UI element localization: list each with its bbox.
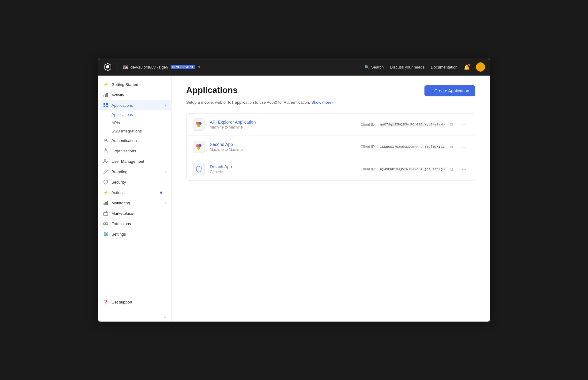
svg-rect-13: [104, 203, 104, 205]
sub-sso-label: SSO Integrations: [111, 129, 142, 133]
tenant-env-badge: DEVELOPMENT: [171, 65, 195, 69]
client-id-section-app2: Client ID: ISQp0G1Y0xcd0DDdWRFnuh5Ypfm0X…: [360, 143, 454, 151]
applications-icon: [103, 102, 108, 108]
sidebar-item-applications[interactable]: Applications ▾: [98, 100, 171, 110]
client-id-value-app3: Kj4SPR0i3JjV2NluJVd6TPjhfLzzeXg8: [378, 167, 447, 172]
sidebar-item-extensions[interactable]: Extensions: [98, 218, 171, 229]
svg-rect-0: [104, 95, 104, 97]
svg-rect-18: [104, 213, 108, 215]
topbar-right: 🔍 Search Discuss your needs Documentatio…: [364, 62, 485, 72]
sidebar-sub-apis[interactable]: APIs: [98, 119, 171, 127]
authentication-icon: [103, 138, 108, 143]
client-id-value-app1: qaQ72g1JIHQ2DHqPCfG19dYyjG4i3rMo: [378, 122, 447, 127]
client-id-section-app3: Client ID: Kj4SPR0i3JjV2NluJVd6TPjhfLzze…: [360, 166, 454, 173]
sub-apis-label: APIs: [111, 121, 120, 125]
create-application-button[interactable]: + Create Application: [424, 85, 475, 96]
app-name-second-app[interactable]: Second App: [210, 142, 356, 147]
svg-rect-15: [105, 202, 106, 205]
topbar-divider: [118, 63, 118, 71]
notification-dot: [468, 64, 470, 66]
svg-rect-11: [105, 149, 106, 150]
copy-client-id-app3[interactable]: ⧉: [449, 166, 454, 173]
sidebar-item-marketplace[interactable]: Marketplace: [98, 208, 171, 218]
tenant-name: dev-1ulors88vi7zjge6: [130, 65, 168, 69]
search-button[interactable]: 🔍 Search: [364, 65, 384, 69]
sidebar-sub-applications[interactable]: Applications: [98, 110, 171, 119]
applications-chevron-icon: ▾: [165, 104, 166, 107]
user-avatar[interactable]: [476, 62, 485, 72]
sidebar-item-getting-started[interactable]: ⚡ Getting Started: [98, 79, 171, 90]
actions-dot: [160, 192, 162, 194]
svg-rect-6: [104, 106, 105, 107]
authentication-label: Authentication: [111, 138, 162, 143]
notifications-bell[interactable]: 🔔: [464, 64, 470, 70]
app-name-api-explorer[interactable]: API Explorer Application: [210, 120, 356, 125]
more-options-app1[interactable]: ···: [459, 120, 469, 129]
security-label: Security: [111, 180, 162, 184]
page-header: Applications + Create Application: [186, 85, 475, 96]
client-id-label-app2: Client ID:: [360, 145, 375, 149]
sidebar-item-activity[interactable]: Activity: [98, 90, 171, 100]
discuss-link[interactable]: Discuss your needs: [390, 65, 424, 69]
svg-rect-2: [106, 93, 107, 97]
sidebar-nav: ⚡ Getting Started Activity Applications: [98, 76, 171, 293]
marketplace-label: Marketplace: [111, 211, 166, 216]
getting-started-icon: ⚡: [103, 82, 108, 87]
show-more-arrow-icon: ›: [332, 101, 333, 104]
svg-point-26: [197, 147, 200, 150]
support-icon: ❓: [103, 299, 108, 305]
sidebar-item-actions[interactable]: ⚡ Actions ›: [98, 187, 171, 198]
more-options-app2[interactable]: ···: [459, 143, 469, 151]
svg-point-12: [104, 160, 106, 161]
page-subtitle: Setup a mobile, web or IoT application t…: [186, 100, 475, 105]
sidebar-item-security[interactable]: Security ›: [98, 177, 171, 187]
copy-client-id-app2[interactable]: ⧉: [449, 143, 454, 151]
main-layout: ⚡ Getting Started Activity Applications: [98, 76, 490, 322]
sidebar-item-user-management[interactable]: User Management ›: [98, 156, 171, 166]
svg-rect-7: [106, 106, 108, 107]
tenant-selector[interactable]: 🇺🇸 dev-1ulors88vi7zjge6 DEVELOPMENT ▼: [123, 65, 201, 69]
copy-client-id-app1[interactable]: ⧉: [449, 121, 454, 129]
monitoring-label: Monitoring: [111, 201, 162, 205]
svg-rect-5: [106, 103, 108, 105]
sidebar-item-settings[interactable]: ⚙️ Settings: [98, 229, 171, 239]
settings-icon: ⚙️: [103, 231, 108, 237]
svg-point-23: [197, 124, 200, 127]
svg-rect-17: [107, 201, 108, 205]
svg-rect-16: [106, 202, 107, 205]
show-more-link[interactable]: Show more ›: [311, 100, 333, 105]
table-row: Second App Machine to Machine Client ID:…: [187, 136, 475, 158]
more-options-app3[interactable]: ···: [459, 165, 469, 174]
support-label: Get support: [111, 300, 132, 304]
app-info-default-app: Default App Generic: [210, 164, 356, 174]
tenant-flag: 🇺🇸: [123, 65, 128, 69]
sidebar-collapse-button[interactable]: «: [98, 311, 171, 322]
organizations-icon: [103, 148, 108, 154]
applications-sub-nav: Applications APIs SSO Integrations: [98, 110, 171, 135]
docs-link[interactable]: Documentation: [431, 65, 458, 69]
user-management-chevron-icon: ›: [165, 160, 166, 163]
actions-label: Actions: [111, 190, 156, 195]
monitoring-chevron-icon: ›: [165, 201, 166, 205]
client-id-label-app1: Client ID:: [360, 122, 375, 127]
app-type-second-app: Machine to Machine: [210, 147, 356, 152]
sidebar-footer: ❓ Get support: [98, 293, 171, 311]
settings-label: Settings: [111, 232, 166, 237]
sidebar-item-authentication[interactable]: Authentication ›: [98, 135, 171, 146]
get-support-link[interactable]: ❓ Get support: [103, 297, 166, 307]
security-chevron-icon: ›: [165, 181, 166, 184]
app-info-second-app: Second App Machine to Machine: [210, 142, 356, 152]
activity-label: Activity: [111, 93, 166, 97]
sidebar-item-organizations[interactable]: Organizations: [98, 146, 171, 156]
svg-rect-1: [105, 94, 106, 97]
authentication-chevron-icon: ›: [165, 139, 166, 142]
app-name-default-app[interactable]: Default App: [210, 164, 356, 169]
branding-chevron-icon: ›: [165, 170, 166, 173]
tenant-chevron-icon: ▼: [198, 65, 201, 69]
sidebar-item-branding[interactable]: Branding ›: [98, 166, 171, 177]
sidebar-sub-sso[interactable]: SSO Integrations: [98, 127, 171, 135]
client-id-value-app2: ISQp0G1Y0xcd0DDdWRFnuh5Ypfm0XIa1: [378, 144, 447, 149]
svg-rect-3: [107, 93, 108, 97]
marketplace-icon: [103, 210, 108, 216]
sidebar-item-monitoring[interactable]: Monitoring ›: [98, 198, 171, 208]
